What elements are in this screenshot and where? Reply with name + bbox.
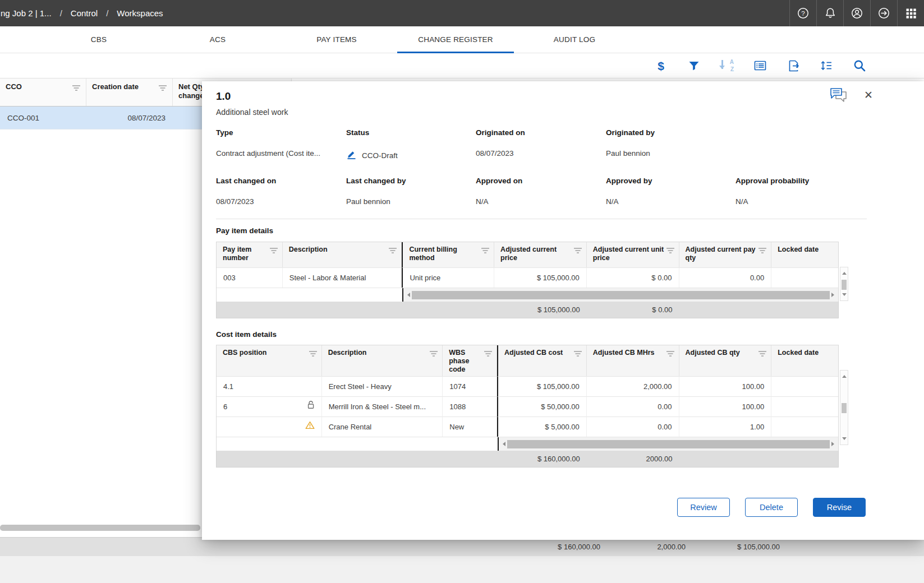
- col-pay-item-number[interactable]: Pay item number: [217, 242, 283, 267]
- tab-change-register[interactable]: CHANGE REGISTER: [396, 26, 515, 53]
- field-status: Status CCO-Draft: [346, 128, 472, 137]
- column-filter-icon[interactable]: [666, 351, 675, 357]
- col-description[interactable]: Description: [283, 242, 402, 267]
- scrollbar-thumb[interactable]: [842, 403, 847, 413]
- col-adjusted-cb-qty[interactable]: Adjusted CB qty: [679, 345, 772, 376]
- unlock-icon: [307, 397, 315, 417]
- sort-az-icon[interactable]: A Z: [720, 58, 734, 73]
- column-filter-icon[interactable]: [758, 248, 767, 254]
- column-filter-icon[interactable]: [269, 248, 278, 254]
- column-filter-icon[interactable]: [573, 248, 582, 254]
- edit-pencil-icon[interactable]: [346, 149, 357, 161]
- col-wbs-phase-code[interactable]: WBS phase code: [443, 345, 497, 376]
- field-last-changed-on: Last changed on 08/07/2023: [216, 177, 342, 185]
- tab-acs[interactable]: ACS: [158, 26, 277, 53]
- cost-item-row[interactable]: 6 Merrill Iron & Steel - Steel m... 1088…: [217, 396, 838, 417]
- column-filter-icon[interactable]: [158, 85, 167, 91]
- cost-grid-horizontal-scrollbar[interactable]: [498, 437, 838, 451]
- scrollbar-thumb[interactable]: [842, 280, 847, 290]
- scroll-left-arrow[interactable]: [405, 293, 410, 297]
- breadcrumb-workspaces[interactable]: Workspaces: [117, 8, 163, 18]
- scroll-down-arrow[interactable]: [842, 437, 847, 442]
- col-locked-date[interactable]: Locked date: [771, 345, 838, 376]
- scroll-right-arrow[interactable]: [831, 442, 836, 446]
- column-filter-icon[interactable]: [481, 248, 490, 254]
- column-filter-icon[interactable]: [666, 248, 675, 254]
- tab-cbs[interactable]: CBS: [39, 26, 158, 53]
- column-filter-icon[interactable]: [388, 248, 397, 254]
- review-button[interactable]: Review: [677, 498, 730, 517]
- pay-item-details-title: Pay item details: [216, 226, 273, 235]
- col-adjusted-current-price[interactable]: Adjusted current price: [494, 242, 587, 267]
- scroll-down-arrow[interactable]: [842, 293, 847, 298]
- cost-item-row[interactable]: Crane Rental New $ 5,000.00 0.00 1.00: [217, 417, 838, 437]
- scrollbar-thumb[interactable]: [412, 291, 830, 299]
- horizontal-scrollbar[interactable]: [0, 525, 200, 531]
- column-filter-icon[interactable]: [72, 85, 81, 91]
- row-height-icon[interactable]: [819, 58, 834, 73]
- scroll-up-arrow[interactable]: [842, 373, 847, 378]
- column-filter-icon[interactable]: [758, 351, 767, 357]
- total-cost: $ 160,000.00: [558, 538, 600, 556]
- help-icon[interactable]: ?: [789, 0, 816, 26]
- cost-item-totals-row: $ 160,000.00 2000.00: [216, 451, 839, 468]
- field-type: Type Contract adjustment (Cost ite...: [216, 128, 342, 137]
- revise-button[interactable]: Revise: [813, 498, 866, 517]
- field-originated-on: Originated on 08/07/2023: [476, 128, 602, 137]
- cost-item-row[interactable]: 4.1 Erect Steel - Heavy 1074 $ 105,000.0…: [217, 376, 838, 396]
- column-filter-icon[interactable]: [484, 351, 493, 357]
- col-description[interactable]: Description: [322, 345, 443, 376]
- total-adjusted-cb-cost: $ 160,000.00: [497, 451, 587, 467]
- tab-pay-items[interactable]: PAY ITEMS: [277, 26, 396, 53]
- notifications-icon[interactable]: [816, 0, 843, 26]
- col-current-billing-method[interactable]: Current billing method: [402, 242, 494, 267]
- pay-grid-vertical-scrollbar[interactable]: [840, 267, 848, 301]
- total-mhrs: 2,000.00: [657, 538, 686, 556]
- col-adjusted-cb-cost[interactable]: Adjusted CB cost: [497, 345, 587, 376]
- breadcrumb-separator: /: [106, 8, 108, 18]
- tab-bar: CBS ACS PAY ITEMS CHANGE REGISTER AUDIT …: [0, 26, 924, 53]
- apps-grid-icon[interactable]: [897, 0, 924, 26]
- close-icon[interactable]: ✕: [861, 87, 876, 103]
- col-adjusted-cb-mhrs[interactable]: Adjusted CB MHrs: [587, 345, 679, 376]
- column-filter-icon[interactable]: [573, 351, 582, 357]
- column-filter-icon[interactable]: [429, 351, 438, 357]
- currency-icon[interactable]: $: [654, 58, 668, 73]
- cost-item-details-grid: CBS position Description WBS phase code …: [216, 345, 839, 468]
- col-cbs-position[interactable]: CBS position: [217, 345, 322, 376]
- page-bottom-area: [0, 556, 924, 583]
- field-last-changed-by: Last changed by Paul bennion: [346, 177, 472, 185]
- total-adjusted-cb-mhrs: 2000.00: [587, 451, 679, 467]
- column-details-icon[interactable]: [753, 58, 767, 73]
- col-adjusted-current-pay-qty[interactable]: Adjusted current pay qty: [679, 242, 772, 267]
- column-filter-icon[interactable]: [309, 351, 318, 357]
- scroll-up-arrow[interactable]: [842, 270, 847, 275]
- breadcrumb-project[interactable]: ng Job 2 | 1...: [1, 8, 52, 18]
- scroll-right-arrow[interactable]: [831, 293, 836, 297]
- export-form-icon[interactable]: [786, 58, 801, 73]
- scrollbar-thumb[interactable]: [507, 440, 830, 448]
- pay-item-details-grid: Pay item number Description Current bill…: [216, 242, 839, 318]
- search-icon[interactable]: [852, 58, 867, 73]
- account-icon[interactable]: [843, 0, 870, 26]
- delete-button[interactable]: Delete: [745, 498, 798, 517]
- change-order-title: Additional steel work: [216, 108, 288, 117]
- cell-creation-date: 08/07/2023: [86, 107, 173, 129]
- pay-grid-horizontal-scrollbar[interactable]: [402, 288, 838, 302]
- col-locked-date[interactable]: Locked date: [771, 242, 838, 267]
- field-approved-by: Approved by N/A: [606, 177, 732, 185]
- change-order-detail-panel: 1.0 Additional steel work ✕ Type Contrac…: [202, 81, 924, 540]
- sign-out-icon[interactable]: [870, 0, 897, 26]
- scroll-left-arrow[interactable]: [500, 442, 505, 446]
- comments-icon[interactable]: [828, 86, 849, 105]
- pay-item-row[interactable]: 003 Steel - Labor & Material Unit price …: [217, 267, 838, 288]
- column-header-cco[interactable]: CCO: [0, 78, 86, 106]
- filter-icon[interactable]: [687, 58, 701, 73]
- column-header-creation-date[interactable]: Creation date: [86, 78, 173, 106]
- breadcrumb-control[interactable]: Control: [71, 8, 98, 18]
- warning-icon: [305, 417, 315, 437]
- register-totals-row: $ 160,000.00 2,000.00 $ 105,000.00: [0, 537, 924, 556]
- cost-grid-vertical-scrollbar[interactable]: [840, 370, 848, 445]
- col-adjusted-current-unit-price[interactable]: Adjusted current unit price: [587, 242, 679, 267]
- tab-audit-log[interactable]: AUDIT LOG: [515, 26, 634, 53]
